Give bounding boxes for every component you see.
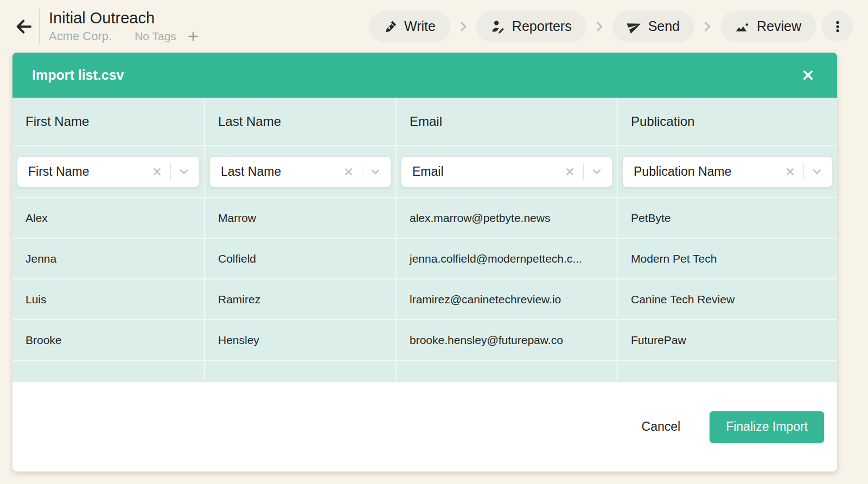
table-row: Luis Ramirez lramirez@caninetechreview.i… [12,278,837,319]
cell-last-name: Colfield [205,239,397,278]
cell-first-name: Jenna [12,239,205,278]
mapping-select-first-name[interactable]: First Name [17,156,200,187]
pen-nib-icon [384,20,398,33]
mapping-select-email[interactable]: Email [401,156,612,187]
select-divider [803,163,804,180]
cancel-button[interactable]: Cancel [632,414,691,440]
cell-publication: PetByte [618,198,837,238]
column-header: First Name [12,98,205,145]
column-header: Publication [618,98,837,145]
selected-value: Email [412,164,562,179]
mapping-cell: Email [397,146,618,197]
cell-email: lramirez@caninetechreview.io [397,279,618,319]
step-label: Write [404,18,436,34]
kebab-menu-icon [831,20,845,34]
cell-empty [205,361,397,382]
column-header: Last Name [205,98,397,145]
cell-first-name: Alex [12,198,205,238]
import-modal: Import list.csv First Name Last Name Ema… [12,53,837,472]
arrow-left-icon [14,17,34,36]
mapping-select-last-name[interactable]: Last Name [209,156,391,187]
chevron-down-icon[interactable] [809,164,825,179]
cell-first-name: Luis [12,279,205,319]
person-edit-icon [491,19,506,34]
cell-last-name: Hensley [205,320,397,360]
select-divider [583,163,584,180]
cell-empty [397,361,618,382]
selected-value: Last Name [221,164,341,179]
select-divider [362,163,362,180]
cell-email: alex.marrow@petbyte.news [397,198,618,238]
table-row: Alex Marrow alex.marrow@petbyte.news Pet… [12,197,837,238]
mapping-cell: First Name [12,146,205,197]
mapping-cell: Publication Name [618,146,837,197]
chevron-right-icon [456,20,470,34]
cell-email: jenna.colfield@modernpettech.c... [397,239,618,278]
clear-icon[interactable] [782,164,798,180]
title-divider [39,9,40,44]
cell-last-name: Ramirez [205,279,397,319]
column-header: Email [397,98,618,145]
select-divider [170,163,171,180]
clear-icon[interactable] [562,164,578,180]
selected-value: Publication Name [634,164,782,179]
image-icon [735,19,750,34]
step-review[interactable]: Review [720,11,816,42]
mapping-select-publication[interactable]: Publication Name [622,156,833,187]
cell-publication: Canine Tech Review [618,279,837,319]
step-reporters[interactable]: Reporters [476,11,586,42]
kebab-menu-button[interactable] [822,11,853,42]
clear-icon[interactable] [341,164,356,180]
mapping-row: First Name Last Name [12,145,837,197]
table-header-row: First Name Last Name Email Publication [12,98,837,145]
step-label: Send [648,18,680,34]
clear-icon[interactable] [149,164,165,180]
workflow-steps: Write Reporters Send Review [369,11,853,42]
finalize-import-button[interactable]: Finalize Import [710,411,824,443]
selected-value: First Name [28,164,149,179]
chevron-down-icon[interactable] [176,164,192,179]
chevron-down-icon[interactable] [589,164,604,179]
modal-close-button[interactable] [798,66,818,85]
step-label: Review [757,18,801,34]
cell-publication: Modern Pet Tech [618,239,837,278]
chevron-right-icon [592,20,607,34]
cell-empty [12,361,205,382]
cell-first-name: Brooke [12,320,205,360]
cell-last-name: Marrow [205,198,397,238]
add-tag-button[interactable] [186,29,200,43]
table-row: Brooke Hensley brooke.hensley@futurepaw.… [12,319,837,360]
app-header: Initial Outreach Acme Corp. No Tags Writ… [0,0,868,53]
back-button[interactable] [13,16,35,37]
cell-empty [618,361,837,382]
modal-footer: Cancel Finalize Import [12,382,837,472]
close-icon [801,68,815,82]
table-row-empty [12,360,837,382]
paper-plane-icon [627,19,642,34]
import-preview-table: First Name Last Name Email Publication F… [12,98,837,382]
table-row: Jenna Colfield jenna.colfield@modernpett… [12,238,837,278]
cell-email: brooke.hensley@futurepaw.co [397,320,618,360]
tags-label: No Tags [135,30,176,43]
modal-header: Import list.csv [12,53,837,98]
page-title: Initial Outreach [49,9,200,27]
step-write[interactable]: Write [369,11,450,42]
org-name: Acme Corp. [49,29,112,43]
step-send[interactable]: Send [612,11,694,42]
plus-icon [186,29,200,43]
chevron-right-icon [700,20,714,34]
mapping-cell: Last Name [205,146,397,197]
step-label: Reporters [512,18,572,34]
chevron-down-icon[interactable] [368,164,383,179]
cell-publication: FuturePaw [618,320,837,360]
modal-title: Import list.csv [32,67,124,83]
